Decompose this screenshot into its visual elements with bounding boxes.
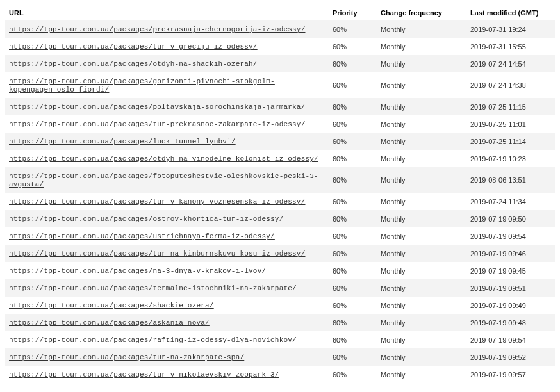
- table-row: https://tpp-tour.com.ua/packages/otdyh-n…: [5, 150, 555, 167]
- table-row: https://tpp-tour.com.ua/packages/termaln…: [5, 279, 555, 297]
- url-link[interactable]: https://tpp-tour.com.ua/packages/na-3-dn…: [9, 267, 266, 275]
- table-row: https://tpp-tour.com.ua/packages/tur-na-…: [5, 245, 555, 262]
- header-priority: Priority: [329, 5, 377, 20]
- url-link[interactable]: https://tpp-tour.com.ua/packages/askania…: [9, 319, 210, 327]
- url-link[interactable]: https://tpp-tour.com.ua/packages/otdyh-n…: [9, 60, 258, 68]
- cell-lastmod: 2019-07-19 09:52: [466, 348, 555, 366]
- table-row: https://tpp-tour.com.ua/packages/ustrich…: [5, 227, 555, 245]
- url-link[interactable]: https://tpp-tour.com.ua/packages/ostrov-…: [9, 215, 283, 223]
- cell-url: https://tpp-tour.com.ua/packages/tur-na-…: [5, 245, 329, 262]
- cell-changefreq: Monthly: [377, 115, 466, 133]
- header-changefreq: Change frequency: [377, 5, 466, 20]
- cell-url: https://tpp-tour.com.ua/packages/tur-pre…: [5, 115, 329, 133]
- sitemap-table: URL Priority Change frequency Last modif…: [5, 5, 555, 383]
- cell-changefreq: Monthly: [377, 227, 466, 245]
- table-row: https://tpp-tour.com.ua/packages/luck-tu…: [5, 133, 555, 150]
- url-link[interactable]: https://tpp-tour.com.ua/packages/luck-tu…: [9, 138, 236, 145]
- cell-url: https://tpp-tour.com.ua/packages/ostrov-…: [5, 210, 329, 227]
- url-link[interactable]: https://tpp-tour.com.ua/packages/prekras…: [9, 26, 305, 33]
- cell-changefreq: Monthly: [377, 150, 466, 167]
- cell-url: https://tpp-tour.com.ua/packages/tur-v-n…: [5, 366, 329, 383]
- cell-url: https://tpp-tour.com.ua/packages/rafting…: [5, 331, 329, 348]
- url-link[interactable]: https://tpp-tour.com.ua/packages/tur-v-n…: [9, 371, 279, 379]
- cell-priority: 60%: [329, 297, 377, 314]
- table-row: https://tpp-tour.com.ua/packages/na-3-dn…: [5, 262, 555, 279]
- cell-priority: 60%: [329, 210, 377, 227]
- cell-priority: 60%: [329, 262, 377, 279]
- cell-priority: 60%: [329, 227, 377, 245]
- cell-lastmod: 2019-07-24 14:54: [466, 55, 555, 72]
- cell-priority: 60%: [329, 38, 377, 55]
- cell-changefreq: Monthly: [377, 72, 466, 98]
- cell-url: https://tpp-tour.com.ua/packages/prekras…: [5, 20, 329, 38]
- url-link[interactable]: https://tpp-tour.com.ua/packages/tur-v-g…: [9, 43, 258, 51]
- cell-lastmod: 2019-07-24 11:34: [466, 193, 555, 210]
- url-link[interactable]: https://tpp-tour.com.ua/packages/otdyh-n…: [9, 155, 318, 163]
- cell-lastmod: 2019-07-19 09:57: [466, 366, 555, 383]
- table-row: https://tpp-tour.com.ua/packages/ostrov-…: [5, 210, 555, 227]
- cell-url: https://tpp-tour.com.ua/packages/termaln…: [5, 279, 329, 297]
- url-link[interactable]: https://tpp-tour.com.ua/packages/tur-na-…: [9, 250, 305, 257]
- url-link[interactable]: https://tpp-tour.com.ua/packages/rafting…: [9, 336, 297, 344]
- cell-lastmod: 2019-07-19 09:45: [466, 262, 555, 279]
- cell-priority: 60%: [329, 167, 377, 193]
- cell-priority: 60%: [329, 366, 377, 383]
- cell-url: https://tpp-tour.com.ua/packages/tur-v-g…: [5, 38, 329, 55]
- url-link[interactable]: https://tpp-tour.com.ua/packages/shackie…: [9, 302, 214, 309]
- cell-priority: 60%: [329, 98, 377, 115]
- cell-changefreq: Monthly: [377, 55, 466, 72]
- table-body: https://tpp-tour.com.ua/packages/prekras…: [5, 20, 555, 383]
- cell-lastmod: 2019-08-06 13:51: [466, 167, 555, 193]
- cell-changefreq: Monthly: [377, 348, 466, 366]
- cell-lastmod: 2019-07-19 09:46: [466, 245, 555, 262]
- cell-url: https://tpp-tour.com.ua/packages/otdyh-n…: [5, 55, 329, 72]
- table-row: https://tpp-tour.com.ua/packages/gorizon…: [5, 72, 555, 98]
- table-row: https://tpp-tour.com.ua/packages/askania…: [5, 314, 555, 331]
- cell-lastmod: 2019-07-19 10:23: [466, 150, 555, 167]
- cell-changefreq: Monthly: [377, 98, 466, 115]
- cell-priority: 60%: [329, 20, 377, 38]
- table-row: https://tpp-tour.com.ua/packages/prekras…: [5, 20, 555, 38]
- cell-changefreq: Monthly: [377, 279, 466, 297]
- table-row: https://tpp-tour.com.ua/packages/tur-v-n…: [5, 366, 555, 383]
- url-link[interactable]: https://tpp-tour.com.ua/packages/gorizon…: [9, 78, 275, 94]
- cell-priority: 60%: [329, 348, 377, 366]
- cell-url: https://tpp-tour.com.ua/packages/gorizon…: [5, 72, 329, 98]
- table-row: https://tpp-tour.com.ua/packages/fotoput…: [5, 167, 555, 193]
- cell-changefreq: Monthly: [377, 297, 466, 314]
- url-link[interactable]: https://tpp-tour.com.ua/packages/tur-pre…: [9, 120, 305, 128]
- cell-priority: 60%: [329, 150, 377, 167]
- cell-url: https://tpp-tour.com.ua/packages/tur-na-…: [5, 348, 329, 366]
- cell-lastmod: 2019-07-31 15:55: [466, 38, 555, 55]
- url-link[interactable]: https://tpp-tour.com.ua/packages/poltavs…: [9, 103, 305, 111]
- url-link[interactable]: https://tpp-tour.com.ua/packages/tur-na-…: [9, 354, 244, 361]
- cell-lastmod: 2019-07-24 14:38: [466, 72, 555, 98]
- cell-priority: 60%: [329, 314, 377, 331]
- cell-url: https://tpp-tour.com.ua/packages/poltavs…: [5, 98, 329, 115]
- cell-changefreq: Monthly: [377, 193, 466, 210]
- header-lastmod: Last modified (GMT): [466, 5, 555, 20]
- cell-lastmod: 2019-07-19 09:54: [466, 331, 555, 348]
- cell-changefreq: Monthly: [377, 314, 466, 331]
- url-link[interactable]: https://tpp-tour.com.ua/packages/fotoput…: [9, 172, 318, 188]
- cell-priority: 60%: [329, 331, 377, 348]
- header-url: URL: [5, 5, 329, 20]
- cell-lastmod: 2019-07-31 19:24: [466, 20, 555, 38]
- table-row: https://tpp-tour.com.ua/packages/tur-v-k…: [5, 193, 555, 210]
- cell-lastmod: 2019-07-25 11:15: [466, 98, 555, 115]
- cell-url: https://tpp-tour.com.ua/packages/askania…: [5, 314, 329, 331]
- url-link[interactable]: https://tpp-tour.com.ua/packages/tur-v-k…: [9, 198, 305, 206]
- cell-changefreq: Monthly: [377, 331, 466, 348]
- cell-lastmod: 2019-07-25 11:14: [466, 133, 555, 150]
- cell-lastmod: 2019-07-19 09:51: [466, 279, 555, 297]
- cell-changefreq: Monthly: [377, 20, 466, 38]
- url-link[interactable]: https://tpp-tour.com.ua/packages/termaln…: [9, 284, 297, 292]
- url-link[interactable]: https://tpp-tour.com.ua/packages/ustrich…: [9, 233, 275, 240]
- cell-lastmod: 2019-07-25 11:01: [466, 115, 555, 133]
- table-row: https://tpp-tour.com.ua/packages/tur-na-…: [5, 348, 555, 366]
- cell-priority: 60%: [329, 115, 377, 133]
- cell-lastmod: 2019-07-19 09:49: [466, 297, 555, 314]
- cell-lastmod: 2019-07-19 09:48: [466, 314, 555, 331]
- cell-changefreq: Monthly: [377, 245, 466, 262]
- cell-changefreq: Monthly: [377, 262, 466, 279]
